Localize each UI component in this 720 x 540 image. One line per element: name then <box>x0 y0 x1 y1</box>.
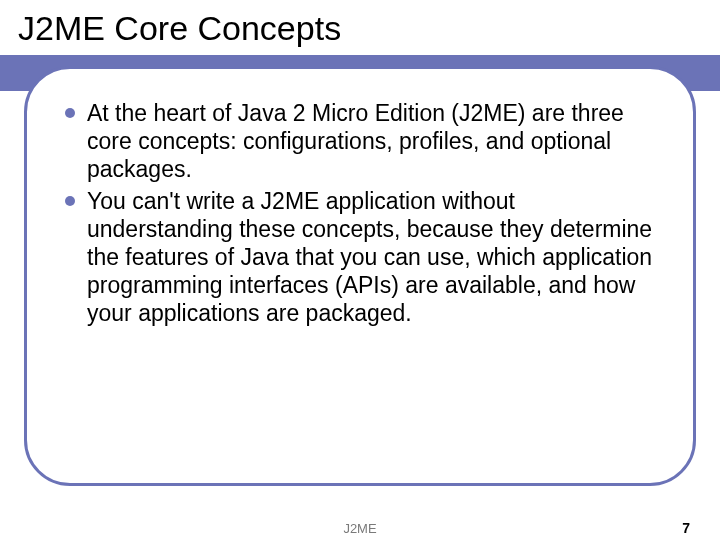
bullet-item: At the heart of Java 2 Micro Edition (J2… <box>61 99 663 183</box>
bullet-list: At the heart of Java 2 Micro Edition (J2… <box>61 99 663 327</box>
slide-title: J2ME Core Concepts <box>0 6 720 55</box>
page-number: 7 <box>682 520 690 536</box>
bullet-item: You can't write a J2ME application witho… <box>61 187 663 327</box>
content-frame: At the heart of Java 2 Micro Edition (J2… <box>24 66 696 486</box>
footer-label: J2ME <box>343 521 376 536</box>
